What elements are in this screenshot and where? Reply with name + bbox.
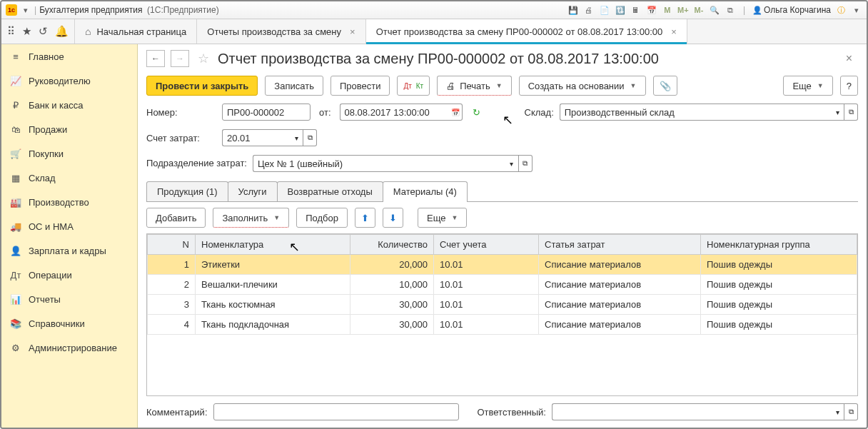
save-icon[interactable]: 💾 — [567, 4, 579, 16]
sidebar-item-1[interactable]: 📈Руководителю — [1, 69, 137, 93]
calc-icon[interactable]: 🖩 — [630, 4, 642, 16]
table-row[interactable]: 1Этикетки20,00010.01Списание материаловП… — [148, 255, 857, 275]
col-quantity[interactable]: Количество — [350, 235, 434, 255]
close-doc-button[interactable]: × — [846, 52, 858, 65]
menu-icon[interactable]: ▾ — [851, 4, 862, 16]
zoom-icon[interactable]: 🔍 — [709, 4, 720, 16]
warehouse-combo[interactable]: Производственный склад ▾ ⧉ — [560, 104, 858, 121]
chevron-down-icon[interactable]: ▾ — [505, 155, 519, 172]
move-down-button[interactable]: ⬇ — [383, 208, 403, 228]
mminus-icon[interactable]: M- — [693, 4, 705, 16]
sidebar-item-9[interactable]: ДтОперации — [1, 263, 137, 287]
create-based-button[interactable]: Создать на основании▼ — [519, 76, 646, 96]
tab-reports[interactable]: Отчеты производства за смену × — [197, 19, 365, 44]
sidebar-item-6[interactable]: 🏭Производство — [1, 190, 137, 214]
col-cost-item[interactable]: Статья затрат — [539, 235, 701, 255]
windows-icon[interactable]: ⧉ — [725, 4, 736, 16]
number-input[interactable]: ПР00-000002 — [222, 104, 311, 121]
notifications-icon[interactable]: 🔔 — [55, 25, 69, 38]
add-button[interactable]: Добавить — [146, 208, 206, 228]
footer: Комментарий: Ответственный: ▾ ⧉ — [138, 396, 867, 428]
save-button[interactable]: Записать — [265, 76, 323, 96]
mplus-icon[interactable]: M+ — [677, 4, 689, 16]
chevron-down-icon[interactable]: ▾ — [831, 104, 844, 121]
user-label[interactable]: 👤Ольга Корчагина — [752, 5, 831, 15]
chevron-down-icon[interactable]: ▾ — [290, 129, 303, 146]
open-icon[interactable]: ⧉ — [844, 403, 858, 420]
sidebar-item-4[interactable]: 🛒Покупки — [1, 141, 137, 166]
col-nom-group[interactable]: Номенклатурная группа — [701, 235, 857, 255]
apps-icon[interactable]: ⠿ — [7, 25, 15, 38]
doc-tabs: Продукция (1) Услуги Возвратные отходы М… — [146, 181, 858, 202]
tab-materials[interactable]: Материалы (4) — [383, 181, 468, 201]
materials-table[interactable]: N Номенклатура Количество Счет учета Ста… — [146, 233, 858, 396]
tab-returns[interactable]: Возвратные отходы — [277, 181, 383, 201]
col-account[interactable]: Счет учета — [434, 235, 539, 255]
home-icon: ⌂ — [85, 26, 91, 37]
tab-services[interactable]: Услуги — [228, 181, 278, 201]
sidebar-item-0[interactable]: ≡Главное — [1, 44, 137, 69]
sidebar-item-11[interactable]: 📚Справочники — [1, 311, 137, 335]
post-button[interactable]: Провести — [330, 76, 390, 96]
more-button[interactable]: Еще▼ — [783, 76, 832, 96]
table-more-button[interactable]: Еще▼ — [418, 208, 467, 228]
sidebar-item-label: Производство — [29, 197, 89, 208]
sidebar-item-10[interactable]: 📊Отчеты — [1, 287, 137, 311]
department-label: Подразделение затрат: — [146, 158, 247, 168]
doc-icon[interactable]: 📄 — [599, 4, 610, 16]
col-nomenclature[interactable]: Номенклатура — [196, 235, 350, 255]
sidebar-item-label: Справочники — [29, 318, 85, 329]
sidebar: ≡Главное📈Руководителю₽Банк и касса🛍Прода… — [1, 44, 138, 428]
department-combo[interactable]: Цех № 1 (швейный) ▾ ⧉ — [253, 155, 533, 172]
doc-title: Отчет производства за смену ПР00-000002 … — [218, 51, 659, 67]
table-row[interactable]: 2Вешалки-плечики10,00010.01Списание мате… — [148, 275, 857, 295]
col-n[interactable]: N — [148, 235, 196, 255]
calendar-icon[interactable]: 📅 — [449, 104, 463, 121]
open-icon[interactable]: ⧉ — [844, 104, 858, 121]
nav-forward-button[interactable]: → — [171, 50, 189, 67]
m-icon[interactable]: M — [662, 4, 673, 16]
star-icon[interactable]: ☆ — [198, 51, 209, 66]
tab-home-label: Начальная страница — [96, 26, 186, 37]
print-icon[interactable]: 🖨 — [583, 4, 595, 16]
post-and-close-button[interactable]: Провести и закрыть — [146, 76, 258, 96]
close-icon[interactable]: × — [671, 26, 677, 37]
compare-icon[interactable]: 🔃 — [615, 4, 626, 16]
dt-kt-button[interactable]: ДтКт — [397, 76, 430, 96]
tab-products[interactable]: Продукция (1) — [146, 181, 228, 201]
sidebar-icon: 📚 — [10, 318, 21, 329]
history-icon[interactable]: ↺ — [39, 25, 48, 38]
fill-button[interactable]: Заполнить▼ — [213, 208, 289, 228]
sidebar-item-8[interactable]: 👤Зарплата и кадры — [1, 238, 137, 263]
cost-account-combo[interactable]: 20.01 ▾ ⧉ — [222, 129, 317, 146]
nav-back-button[interactable]: ← — [146, 50, 165, 67]
table-row[interactable]: 3Ткань костюмная30,00010.01Списание мате… — [148, 295, 857, 315]
chevron-down-icon[interactable]: ▾ — [831, 403, 844, 420]
open-icon[interactable]: ⧉ — [303, 129, 317, 146]
open-icon[interactable]: ⧉ — [519, 155, 533, 172]
tab-home[interactable]: ⌂ Начальная страница — [75, 19, 197, 44]
favorite-icon[interactable]: ★ — [22, 25, 31, 38]
close-icon[interactable]: × — [350, 26, 355, 37]
sidebar-item-12[interactable]: ⚙Администрирование — [1, 335, 137, 360]
date-input[interactable]: 08.08.2017 13:00:00 📅 — [340, 104, 463, 121]
sidebar-item-7[interactable]: 🚚ОС и НМА — [1, 214, 137, 238]
comment-input[interactable] — [213, 403, 459, 420]
refresh-icon[interactable]: ↻ — [473, 107, 480, 118]
move-up-button[interactable]: ⬆ — [355, 208, 375, 228]
table-row[interactable]: 4Ткань подкладочная30,00010.01Списание м… — [148, 315, 857, 335]
select-button[interactable]: Подбор — [296, 208, 348, 228]
tab-current-doc[interactable]: Отчет производства за смену ПР00-000002 … — [366, 19, 687, 44]
info-icon[interactable]: ⓘ — [835, 4, 847, 16]
sidebar-item-5[interactable]: ▦Склад — [1, 166, 137, 190]
warehouse-label: Склад: — [525, 107, 554, 118]
calendar-icon[interactable]: 📅 — [646, 4, 657, 16]
print-button[interactable]: 🖨Печать▼ — [437, 76, 512, 96]
sidebar-item-3[interactable]: 🛍Продажи — [1, 117, 137, 141]
responsible-combo[interactable]: ▾ ⧉ — [552, 403, 858, 420]
sidebar-item-2[interactable]: ₽Банк и касса — [1, 93, 137, 117]
dropdown-icon[interactable]: ▾ — [20, 4, 31, 16]
help-button[interactable]: ? — [840, 76, 858, 96]
attach-button[interactable]: 📎 — [653, 76, 677, 96]
sidebar-item-label: Склад — [29, 173, 56, 183]
